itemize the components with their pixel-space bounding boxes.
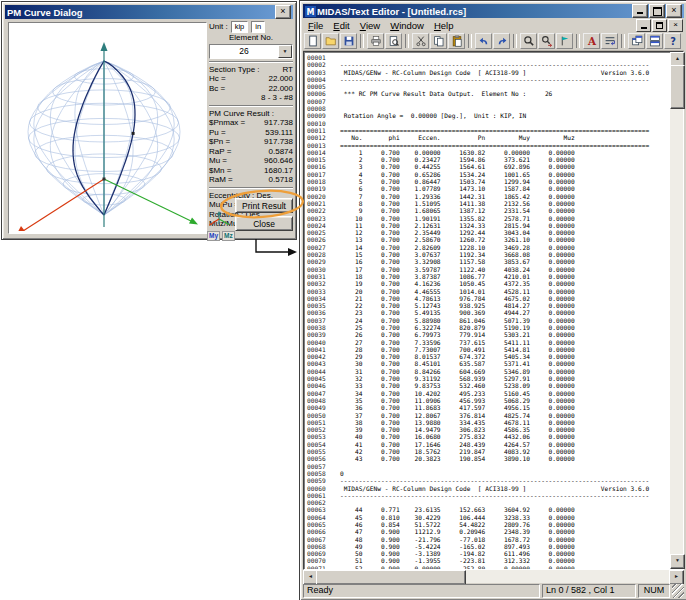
- editor-line: 00001: [307, 54, 670, 61]
- line-text: 4 0.700 0.65286 1534.24 1001.65 0.00000: [340, 171, 575, 178]
- section-row-label: Bc =: [209, 84, 225, 94]
- print-preview-button[interactable]: [385, 33, 402, 49]
- child-restore-button[interactable]: [652, 19, 667, 32]
- line-number: 00011: [307, 127, 326, 134]
- status-bar: Ready Ln 0 / 582 , Col 1 NUM: [303, 584, 684, 598]
- minimize-button[interactable]: [632, 4, 648, 18]
- line-number: 00041: [307, 346, 326, 353]
- editor-line: 00023 10 0.700 1.90191 1355.82 2578.71 0…: [307, 215, 670, 222]
- line-text: 2 0.700 0.23427 1594.86 373.621 0.00000: [340, 156, 575, 163]
- redo-button[interactable]: [493, 33, 510, 49]
- line-number: 00007: [307, 98, 326, 105]
- editor-line: 00064 45 0.810 30.4229 106.444 3238.33 0…: [307, 514, 670, 521]
- line-number: 00016: [307, 163, 326, 170]
- line-text: 25 0.700 6.32274 820.879 5190.19 0.00000: [340, 324, 575, 331]
- line-number: 00019: [307, 185, 326, 192]
- unit-force-select[interactable]: kip: [231, 21, 249, 33]
- element-no-combobox[interactable]: 26 ▼: [209, 44, 293, 59]
- line-text: 43 0.700 20.3823 190.854 3890.10 0.00000: [340, 455, 575, 462]
- open-button[interactable]: [322, 33, 339, 49]
- bookmark-button[interactable]: [556, 33, 573, 49]
- line-text: MIDAS/GENw - RC-Column Design Code [ ACI…: [340, 69, 649, 76]
- pm-dialog-titlebar[interactable]: PM Curve Dialog ×: [5, 5, 293, 19]
- toolbar-separator: [513, 34, 517, 48]
- line-number: 00037: [307, 317, 326, 324]
- undo-button[interactable]: [475, 33, 492, 49]
- chevron-down-icon[interactable]: ▼: [278, 45, 292, 58]
- editor-line: 00062: [307, 499, 670, 506]
- print-preview-icon: [388, 35, 400, 47]
- minimize-icon: [641, 27, 647, 29]
- editor-line: 00056 43 0.700 20.3823 190.854 3890.10 0…: [307, 455, 670, 462]
- wrap-button[interactable]: [601, 33, 618, 49]
- editor-line: 00042 29 0.700 8.01537 674.372 5405.34 0…: [307, 353, 670, 360]
- vertical-scroll-thumb[interactable]: [670, 65, 685, 109]
- horizontal-scrollbar[interactable]: ◄ ►: [303, 570, 684, 583]
- editor-line: 00006 *** RC PM Curve Result Data Output…: [307, 90, 670, 97]
- find-next-button[interactable]: [538, 33, 555, 49]
- print-button[interactable]: [367, 33, 384, 49]
- line-text: 42 0.700 18.5762 219.847 4083.92 0.00000: [340, 448, 575, 455]
- editor-titlebar[interactable]: M MIDAS/Text Editor - [Untitled.rcs] ×: [303, 4, 684, 18]
- toolbar-separator: [360, 34, 364, 48]
- new-button[interactable]: [304, 33, 321, 49]
- find-next-icon: [541, 35, 553, 47]
- line-number: 00015: [307, 156, 326, 163]
- line-text: 10 0.700 1.90191 1355.82 2578.71 0.00000: [340, 215, 575, 222]
- pm-surface-plot[interactable]: [8, 22, 207, 234]
- line-number: 00048: [307, 397, 326, 404]
- line-text: 33 0.700 9.83753 532.460 5238.09 0.00000: [340, 382, 575, 389]
- window-tile-button[interactable]: [646, 33, 663, 49]
- vertical-scrollbar[interactable]: ▲ ▼: [670, 52, 683, 569]
- menu-file[interactable]: File: [303, 19, 328, 32]
- help-button[interactable]: ?: [664, 33, 681, 49]
- section-type-row: Section Type : RT: [209, 65, 293, 75]
- cut-button[interactable]: [412, 33, 429, 49]
- menu-window[interactable]: Window: [385, 19, 429, 32]
- menu-view[interactable]: View: [355, 19, 385, 32]
- window-cascade-button[interactable]: [628, 33, 645, 49]
- menu-edit[interactable]: Edit: [328, 19, 354, 32]
- editor-line: 00033 20 0.700 4.46555 1014.01 4528.11 0…: [307, 288, 670, 295]
- line-text: ========================================…: [340, 127, 649, 134]
- editor-text-area[interactable]: 0000100002------------------------------…: [304, 52, 670, 569]
- status-line-col: Ln 0 / 582 , Col 1: [542, 584, 636, 598]
- line-text: 18 0.700 3.87387 1086.77 4210.01 0.00000: [340, 273, 575, 280]
- copy-button[interactable]: [430, 33, 447, 49]
- editor-line: 00060 MIDAS/GENw - RC-Column Design Code…: [307, 485, 670, 492]
- axis-tab-my[interactable]: My: [207, 231, 220, 241]
- find-button[interactable]: [520, 33, 537, 49]
- unit-row: Unit : kip in: [209, 21, 293, 33]
- print-icon: [370, 35, 382, 47]
- horizontal-scroll-thumb[interactable]: [316, 570, 466, 585]
- pm-dialog-title: PM Curve Dialog: [7, 7, 274, 18]
- editor-line: 00068 49 0.900 -5.4224 -165.02 897.493 0…: [307, 543, 670, 550]
- screen: PM Curve Dialog × Unit : kip in Element …: [0, 0, 686, 600]
- resize-grip[interactable]: [672, 584, 684, 598]
- editor-line: 00070 51 0.900 -1.3955 -223.81 312.332 0…: [307, 557, 670, 564]
- pm-dialog-close-button[interactable]: ×: [275, 5, 291, 19]
- save-button[interactable]: [340, 33, 357, 49]
- line-text: 45 0.810 30.4229 106.444 3238.33 0.00000: [340, 514, 575, 521]
- scroll-down-icon[interactable]: ▼: [670, 554, 685, 569]
- line-number: 00049: [307, 404, 326, 411]
- font-button[interactable]: A: [583, 33, 600, 49]
- line-number: 00022: [307, 207, 326, 214]
- close-button[interactable]: Close: [235, 216, 293, 231]
- axis-tab-mz[interactable]: Mz: [222, 231, 235, 241]
- unit-length-select[interactable]: in: [251, 21, 265, 33]
- annotation-arrow: [256, 239, 289, 252]
- child-window-controls: ×: [636, 19, 684, 32]
- paste-button[interactable]: [448, 33, 465, 49]
- window-close-button[interactable]: ×: [666, 4, 682, 18]
- line-number: 00020: [307, 193, 326, 200]
- child-minimize-button[interactable]: [636, 19, 651, 32]
- menu-help[interactable]: Help: [429, 19, 459, 32]
- print-result-button[interactable]: Print Result: [235, 198, 293, 213]
- editor-line: 00061-----------------------------------…: [307, 492, 670, 499]
- scroll-right-icon[interactable]: ►: [669, 570, 684, 585]
- line-text: 0: [340, 470, 344, 477]
- pm-result-value: 960.646: [264, 156, 293, 166]
- child-close-button[interactable]: ×: [668, 19, 683, 32]
- maximize-button[interactable]: [649, 4, 665, 18]
